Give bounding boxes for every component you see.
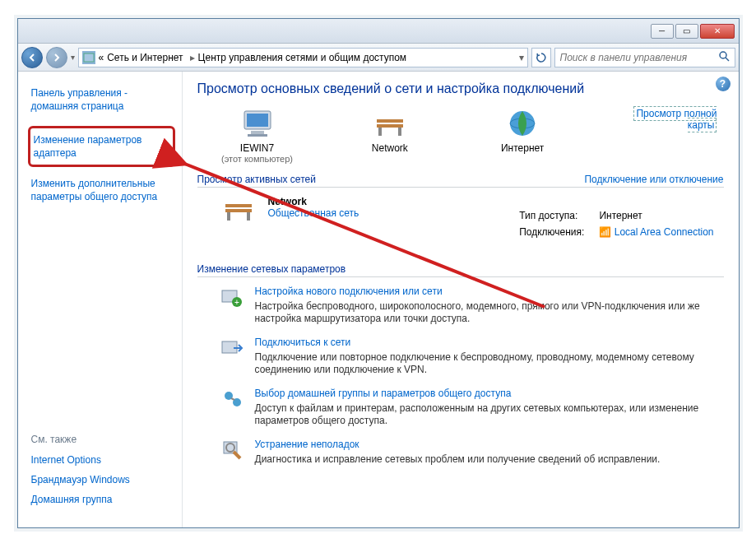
svg-rect-9	[378, 128, 382, 136]
address-bar[interactable]: « Сеть и Интернет ▸ Центр управления сет…	[78, 48, 528, 67]
back-button[interactable]	[21, 47, 43, 68]
refresh-button[interactable]	[531, 48, 551, 67]
svg-line-2	[726, 58, 729, 61]
access-type-value: Интернет	[592, 208, 720, 223]
help-icon[interactable]: ?	[716, 77, 730, 91]
task-troubleshoot: Устранение неполадок Диагностика и испра…	[220, 439, 724, 466]
active-networks-heading: Просмотр активных сетей Подключение или …	[197, 174, 724, 188]
svg-rect-15	[227, 212, 230, 221]
connections-label: Подключения:	[513, 225, 591, 239]
full-map-link[interactable]: Просмотр полной карты	[633, 106, 717, 132]
svg-rect-7	[377, 119, 403, 123]
network-type-link[interactable]: Общественная сеть	[268, 207, 359, 219]
troubleshoot-icon	[220, 439, 243, 462]
search-box[interactable]	[554, 48, 735, 67]
location-icon	[82, 51, 95, 64]
svg-rect-6	[248, 134, 267, 137]
body: Панель управления - домашняя страница Из…	[18, 72, 739, 527]
tasks-list: + Настройка нового подключения или сети …	[197, 286, 724, 466]
page-title: Просмотр основных сведений о сети и наст…	[197, 81, 724, 96]
network-bench-icon	[220, 196, 257, 224]
network-bench-icon	[372, 108, 408, 139]
close-button[interactable]: ✕	[700, 24, 735, 39]
refresh-icon	[536, 52, 547, 63]
search-icon[interactable]	[718, 50, 730, 64]
svg-rect-5	[251, 131, 264, 134]
arrow-right-icon	[52, 53, 62, 63]
task-desc: Настройка беспроводного, широкополосного…	[255, 300, 724, 325]
titlebar: ─ ▭ ✕	[18, 19, 739, 44]
map-network: Network	[336, 108, 443, 154]
sidebar-adapter-link[interactable]: Изменение параметров адаптера	[28, 126, 175, 167]
map-network-label: Network	[372, 142, 408, 154]
maximize-button[interactable]: ▭	[675, 24, 698, 39]
map-this-pc: IEWIN7 (этот компьютер)	[204, 108, 311, 164]
minimize-button[interactable]: ─	[651, 24, 674, 39]
map-internet-label: Интернет	[501, 142, 544, 154]
svg-rect-4	[247, 114, 268, 127]
arrow-left-icon	[27, 53, 37, 63]
toolbar: ▾ « Сеть и Интернет ▸ Центр управления с…	[18, 44, 739, 72]
breadcrumb-prefix: «	[99, 52, 104, 63]
svg-rect-0	[84, 53, 94, 62]
recent-dropdown-icon[interactable]: ▾	[71, 53, 75, 62]
chevron-down-icon[interactable]: ▾	[519, 52, 524, 63]
change-settings-heading: Изменение сетевых параметров	[197, 263, 724, 277]
change-settings-label: Изменение сетевых параметров	[197, 263, 346, 275]
map-internet: Интернет	[469, 108, 576, 154]
map-pc-sublabel: (этот компьютер)	[221, 154, 293, 164]
breadcrumb-part2[interactable]: Центр управления сетями и общим доступом	[198, 52, 407, 63]
window: ─ ▭ ✕ ▾ « Сеть и Интернет ▸ Центр управл…	[17, 18, 740, 528]
connection-link[interactable]: Local Area Connection	[615, 226, 714, 238]
task-link[interactable]: Устранение неполадок	[255, 439, 661, 450]
computer-icon	[239, 108, 276, 139]
active-networks-label: Просмотр активных сетей	[197, 174, 316, 185]
sidebar-link-firewall[interactable]: Брандмауэр Windows	[31, 470, 182, 490]
task-new-connection: + Настройка нового подключения или сети …	[220, 286, 724, 325]
homegroup-icon	[220, 388, 243, 411]
svg-text:+: +	[234, 298, 239, 307]
task-desc: Диагностика и исправление сетевых пробле…	[255, 453, 661, 466]
task-connect: Подключиться к сети Подключение или повт…	[220, 337, 724, 376]
connect-disconnect-link[interactable]: Подключение или отключение	[584, 174, 723, 185]
sidebar-link-internet-options[interactable]: Internet Options	[31, 450, 182, 470]
svg-rect-8	[377, 124, 403, 128]
connect-icon	[220, 337, 243, 360]
breadcrumb-part1[interactable]: Сеть и Интернет	[104, 52, 186, 63]
svg-rect-10	[398, 128, 401, 136]
svg-point-1	[720, 52, 726, 58]
svg-rect-14	[225, 209, 252, 212]
access-type-label: Тип доступа:	[513, 208, 591, 223]
svg-rect-13	[225, 204, 252, 207]
sidebar-home-link[interactable]: Панель управления - домашняя страница	[31, 83, 182, 116]
sidebar-sharing-link[interactable]: Изменить дополнительные параметры общего…	[31, 174, 182, 207]
map-pc-label: IEWIN7	[240, 142, 274, 154]
task-link[interactable]: Настройка нового подключения или сети	[255, 286, 724, 297]
search-input[interactable]	[560, 52, 718, 63]
main-content: ? Просмотр основных сведений о сети и на…	[183, 72, 739, 527]
see-also-heading: См. также	[31, 434, 182, 445]
network-details-table: Тип доступа: Интернет Подключения: 📶 Loc…	[511, 207, 721, 241]
task-link[interactable]: Подключиться к сети	[255, 337, 724, 348]
globe-icon	[504, 108, 540, 139]
task-homegroup: Выбор домашней группы и параметров общег…	[220, 388, 724, 427]
network-map: IEWIN7 (этот компьютер) Network Интернет	[197, 108, 724, 164]
task-desc: Доступ к файлам и принтерам, расположенн…	[255, 402, 724, 427]
sidebar-link-homegroup[interactable]: Домашняя группа	[31, 490, 182, 509]
sidebar: Панель управления - домашняя страница Из…	[18, 72, 183, 527]
task-desc: Подключение или повторное подключение к …	[255, 351, 724, 376]
forward-button[interactable]	[46, 47, 67, 68]
network-name: Network	[268, 196, 359, 207]
chevron-right-icon[interactable]: ▸	[187, 52, 198, 63]
new-connection-icon: +	[220, 286, 243, 309]
task-link[interactable]: Выбор домашней группы и параметров общег…	[255, 388, 724, 399]
svg-rect-16	[247, 212, 250, 221]
signal-icon: 📶	[599, 226, 611, 238]
